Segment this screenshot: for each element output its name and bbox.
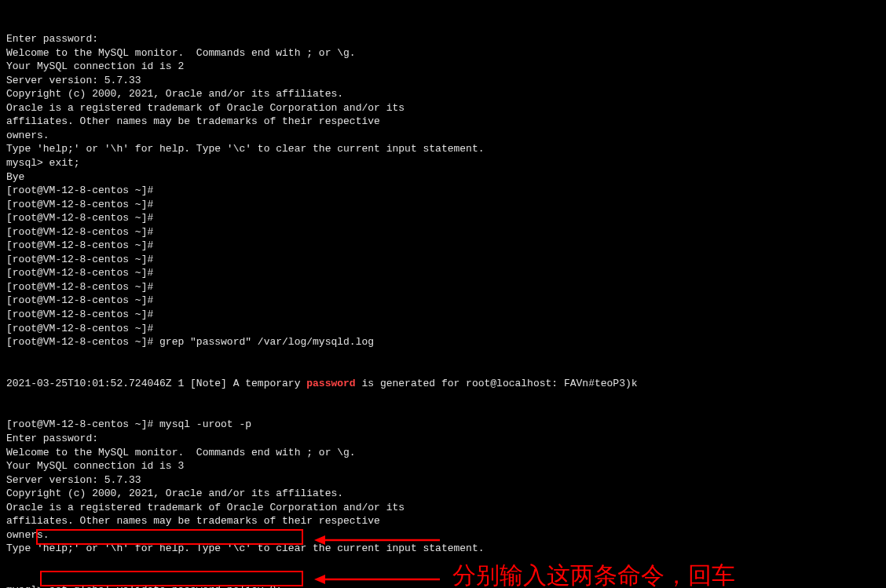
terminal-line: Server version: 5.7.33 — [6, 74, 880, 88]
terminal-line: [root@VM-12-8-centos ~]# grep "password"… — [6, 335, 880, 349]
terminal-line: Your MySQL connection id is 2 — [6, 60, 880, 74]
cmd1-text: > set global validate_password_policy=0; — [37, 584, 282, 588]
terminal-line: [root@VM-12-8-centos ~]# — [6, 294, 880, 308]
mysql-cmd1-line: mysql> set global validate_password_poli… — [6, 583, 880, 588]
terminal-line: Your MySQL connection id is 3 — [6, 459, 880, 473]
terminal-line: [root@VM-12-8-centos ~]# — [6, 239, 880, 253]
terminal-line: [root@VM-12-8-centos ~]# — [6, 322, 880, 336]
terminal-line: Bye — [6, 170, 880, 184]
terminal-line: Oracle is a registered trademark of Orac… — [6, 101, 880, 115]
terminal-block-2: [root@VM-12-8-centos ~]# mysql -uroot -p… — [6, 418, 880, 555]
terminal-line: [root@VM-12-8-centos ~]# — [6, 308, 880, 322]
terminal-line: affiliates. Other names may be trademark… — [6, 514, 880, 528]
terminal-line: [root@VM-12-8-centos ~]# — [6, 184, 880, 198]
terminal-line: Welcome to the MySQL monitor. Commands e… — [6, 446, 880, 460]
terminal-block-1: Enter password:Welcome to the MySQL moni… — [6, 32, 880, 349]
terminal-line: owners. — [6, 528, 880, 542]
terminal-note-line: 2021-03-25T10:01:52.724046Z 1 [Note] A t… — [6, 377, 880, 391]
terminal-line: Type 'help;' or '\h' for help. Type '\c'… — [6, 142, 880, 156]
terminal-line: Copyright (c) 2000, 2021, Oracle and/or … — [6, 87, 880, 101]
terminal-line: Welcome to the MySQL monitor. Commands e… — [6, 46, 880, 60]
terminal-line: [root@VM-12-8-centos ~]# mysql -uroot -p — [6, 418, 880, 432]
terminal-line: affiliates. Other names may be trademark… — [6, 115, 880, 129]
note-prefix: 2021-03-25T10:01:52.724046Z 1 [Note] A t… — [6, 378, 306, 389]
terminal-line: [root@VM-12-8-centos ~]# — [6, 211, 880, 225]
highlighted-password: password — [306, 378, 355, 389]
terminal-line: Enter password: — [6, 32, 880, 46]
terminal-line: Copyright (c) 2000, 2021, Oracle and/or … — [6, 487, 880, 501]
terminal-line: [root@VM-12-8-centos ~]# — [6, 280, 880, 294]
note-suffix: is generated for root@localhost: FAVn#te… — [356, 378, 638, 389]
terminal-line: Oracle is a registered trademark of Orac… — [6, 501, 880, 515]
mysql-prompt-1: mysql — [6, 584, 37, 588]
terminal-line: mysql> exit; — [6, 156, 880, 170]
terminal-line: Type 'help;' or '\h' for help. Type '\c'… — [6, 542, 880, 556]
terminal-line: [root@VM-12-8-centos ~]# — [6, 266, 880, 280]
terminal-line: owners. — [6, 129, 880, 143]
terminal-output[interactable]: Enter password:Welcome to the MySQL moni… — [6, 5, 880, 588]
terminal-line: [root@VM-12-8-centos ~]# — [6, 253, 880, 267]
terminal-line: Enter password: — [6, 432, 880, 446]
terminal-line: Server version: 5.7.33 — [6, 473, 880, 488]
terminal-line: [root@VM-12-8-centos ~]# — [6, 225, 880, 239]
terminal-line: [root@VM-12-8-centos ~]# — [6, 198, 880, 212]
